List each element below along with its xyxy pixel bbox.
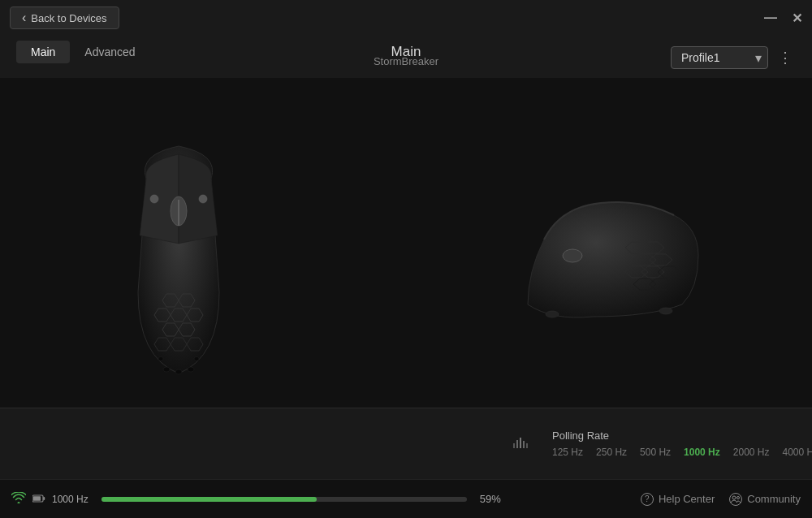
tab-advanced[interactable]: Advanced xyxy=(70,41,149,63)
svg-point-40 xyxy=(737,496,740,499)
window-controls: — ✕ xyxy=(764,11,802,26)
help-center-label: Help Center xyxy=(659,493,715,505)
community-label: Community xyxy=(747,493,801,505)
svg-rect-32 xyxy=(516,440,518,448)
profile-area: Profile1 Profile2 Profile3 ⋮ xyxy=(671,45,796,70)
svg-point-3 xyxy=(199,195,207,203)
profile-menu-button[interactable]: ⋮ xyxy=(775,45,796,70)
svg-rect-38 xyxy=(43,497,45,500)
tab-main[interactable]: Main xyxy=(16,41,70,63)
svg-rect-37 xyxy=(33,496,41,501)
profile-select[interactable]: Profile1 Profile2 Profile3 xyxy=(671,46,768,69)
svg-point-2 xyxy=(150,195,158,203)
profile-select-wrapper: Profile1 Profile2 Profile3 xyxy=(671,46,768,69)
svg-point-16 xyxy=(188,367,194,372)
battery-percent: 59% xyxy=(480,493,506,505)
back-button[interactable]: Back to Devices xyxy=(10,6,119,29)
status-bar: 1000 Hz 59% ? Help Center Community xyxy=(0,479,812,518)
help-icon: ? xyxy=(641,493,654,506)
main-content xyxy=(0,78,812,441)
svg-rect-33 xyxy=(520,438,521,448)
status-left: 1000 Hz 59% xyxy=(11,492,633,507)
polling-4000[interactable]: 4000 Hz xyxy=(783,447,813,458)
help-center-link[interactable]: ? Help Center xyxy=(641,493,715,506)
polling-rate-icon xyxy=(512,435,528,453)
mouse-front-view xyxy=(97,130,260,390)
minimize-button[interactable]: — xyxy=(764,11,777,25)
polling-rate-status: 1000 Hz xyxy=(52,494,89,505)
polling-125[interactable]: 125 Hz xyxy=(552,447,583,458)
wifi-icon xyxy=(11,492,26,507)
svg-rect-34 xyxy=(523,441,525,448)
mouse-side-view xyxy=(512,191,706,329)
polling-rate-section: Polling Rate 125 Hz 250 Hz 500 Hz 1000 H… xyxy=(536,421,812,466)
device-name: StormBreaker xyxy=(374,55,438,67)
polling-rate-title: Polling Rate xyxy=(552,430,812,442)
polling-250[interactable]: 250 Hz xyxy=(596,447,627,458)
svg-point-17 xyxy=(158,356,163,360)
svg-point-30 xyxy=(659,308,672,314)
polling-1000[interactable]: 1000 Hz xyxy=(684,447,720,458)
polling-rate-options: 125 Hz 250 Hz 500 Hz 1000 Hz 2000 Hz 400… xyxy=(552,447,812,458)
polling-2000[interactable]: 2000 Hz xyxy=(733,447,770,458)
svg-point-39 xyxy=(732,496,736,499)
tab-bar: Main Advanced xyxy=(16,41,150,63)
close-button[interactable]: ✕ xyxy=(792,11,802,26)
status-right: ? Help Center Community xyxy=(641,493,801,506)
svg-rect-31 xyxy=(513,443,515,448)
svg-rect-35 xyxy=(526,443,528,448)
title-bar: Back to Devices — ✕ xyxy=(0,0,812,36)
svg-point-18 xyxy=(194,356,199,360)
svg-point-14 xyxy=(163,367,170,372)
svg-point-15 xyxy=(175,369,182,374)
progress-bar xyxy=(102,497,467,502)
svg-point-19 xyxy=(563,249,582,262)
community-link[interactable]: Community xyxy=(729,493,801,506)
battery-icon xyxy=(32,493,45,506)
bottom-panel: Polling Rate 125 Hz 250 Hz 500 Hz 1000 H… xyxy=(0,408,812,479)
progress-bar-fill xyxy=(102,497,317,502)
community-icon xyxy=(729,493,742,506)
svg-point-29 xyxy=(546,311,559,317)
polling-500[interactable]: 500 Hz xyxy=(640,447,671,458)
